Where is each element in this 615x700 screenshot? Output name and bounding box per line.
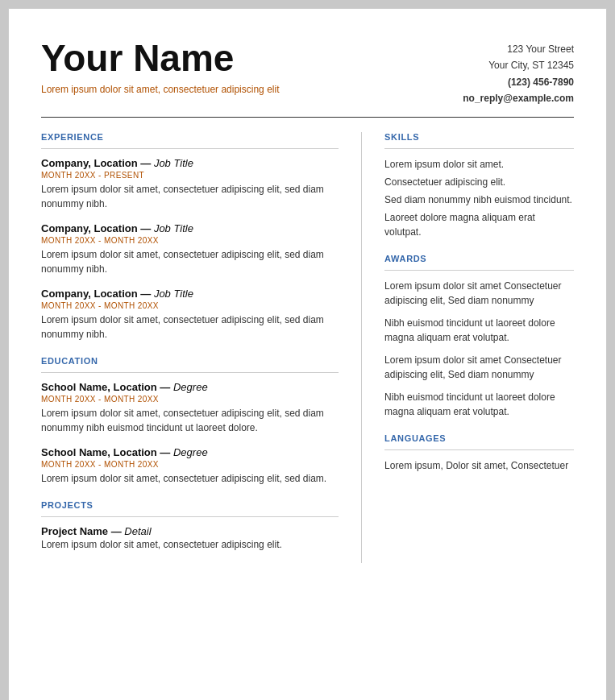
header-right: 123 Your Street Your City, ST 12345 (123…	[463, 38, 574, 107]
exp-dates-2: MONTH 20XX - MONTH 20XX	[41, 236, 339, 245]
column-divider	[361, 132, 362, 563]
main-content: EXPERIENCE Company, Location — Job Title…	[41, 132, 574, 563]
skill-item-1: Lorem ipsum dolor sit amet.	[384, 157, 574, 172]
section-title-skills: SKILLS	[384, 132, 574, 142]
language-item-1: Lorem ipsum, Dolor sit amet, Consectetue…	[384, 458, 574, 473]
exp-desc-2: Lorem ipsum dolor sit amet, consectetuer…	[41, 247, 339, 276]
left-column: EXPERIENCE Company, Location — Job Title…	[41, 132, 339, 563]
education-entry-1: School Name, Location — Degree MONTH 20X…	[41, 381, 339, 435]
edu-title-2: School Name, Location — Degree	[41, 446, 339, 458]
experience-divider	[41, 148, 339, 149]
exp-dates-3: MONTH 20XX - MONTH 20XX	[41, 301, 339, 310]
award-item-3: Lorem ipsum dolor sit amet Consectetuer …	[384, 353, 574, 382]
education-entries: School Name, Location — Degree MONTH 20X…	[41, 381, 339, 486]
header: Your Name Lorem ipsum dolor sit amet, co…	[41, 38, 574, 118]
experience-entry-3: Company, Location — Job Title MONTH 20XX…	[41, 288, 339, 342]
experience-entries: Company, Location — Job Title MONTH 20XX…	[41, 157, 339, 342]
email: no_reply@example.com	[463, 90, 574, 106]
section-title-education: EDUCATION	[41, 356, 339, 366]
project-entries: Project Name — Detail Lorem ipsum dolor …	[41, 525, 339, 552]
edu-title-1: School Name, Location — Degree	[41, 381, 339, 393]
section-title-languages: LANGUAGES	[384, 433, 574, 443]
full-name: Your Name	[41, 38, 279, 79]
edu-dates-1: MONTH 20XX - MONTH 20XX	[41, 395, 339, 404]
header-left: Your Name Lorem ipsum dolor sit amet, co…	[41, 38, 279, 95]
edu-desc-1: Lorem ipsum dolor sit amet, consectetuer…	[41, 406, 339, 435]
skill-item-3: Sed diam nonummy nibh euismod tincidunt.	[384, 193, 574, 207]
address-line2: Your City, ST 12345	[463, 57, 574, 73]
project-entry-1: Project Name — Detail Lorem ipsum dolor …	[41, 525, 339, 552]
experience-entry-1: Company, Location — Job Title MONTH 20XX…	[41, 157, 339, 211]
right-column: SKILLS Lorem ipsum dolor sit amet. Conse…	[384, 132, 574, 563]
proj-title-1: Project Name — Detail	[41, 525, 339, 537]
section-title-projects: PROJECTS	[41, 500, 339, 510]
edu-dates-2: MONTH 20XX - MONTH 20XX	[41, 460, 339, 469]
skill-item-2: Consectetuer adipiscing elit.	[384, 175, 574, 189]
edu-desc-2: Lorem ipsum dolor sit amet, consectetuer…	[41, 471, 339, 486]
section-title-awards: AWARDS	[384, 254, 574, 263]
address-line1: 123 Your Street	[463, 41, 574, 57]
experience-entry-2: Company, Location — Job Title MONTH 20XX…	[41, 222, 339, 276]
exp-desc-3: Lorem ipsum dolor sit amet, consectetuer…	[41, 313, 339, 342]
tagline: Lorem ipsum dolor sit amet, consectetuer…	[41, 84, 279, 95]
resume-page: Your Name Lorem ipsum dolor sit amet, co…	[8, 8, 607, 700]
section-title-experience: EXPERIENCE	[41, 132, 339, 142]
education-divider	[41, 372, 339, 373]
proj-desc-1: Lorem ipsum dolor sit amet, consectetuer…	[41, 537, 339, 552]
skills-list: Lorem ipsum dolor sit amet. Consectetuer…	[384, 157, 574, 239]
exp-desc-1: Lorem ipsum dolor sit amet, consectetuer…	[41, 182, 339, 211]
award-item-2: Nibh euismod tincidunt ut laoreet dolore…	[384, 316, 574, 345]
exp-title-2: Company, Location — Job Title	[41, 222, 339, 234]
languages-list: Lorem ipsum, Dolor sit amet, Consectetue…	[384, 458, 574, 473]
skill-item-4: Laoreet dolore magna aliquam erat volutp…	[384, 210, 574, 239]
projects-divider	[41, 516, 339, 517]
phone: (123) 456-7890	[463, 74, 574, 90]
skills-divider	[384, 148, 574, 149]
award-item-1: Lorem ipsum dolor sit amet Consectetuer …	[384, 279, 574, 308]
languages-divider	[384, 449, 574, 450]
education-entry-2: School Name, Location — Degree MONTH 20X…	[41, 446, 339, 486]
exp-title-1: Company, Location — Job Title	[41, 157, 339, 169]
exp-title-3: Company, Location — Job Title	[41, 288, 339, 300]
awards-list: Lorem ipsum dolor sit amet Consectetuer …	[384, 279, 574, 419]
exp-dates-1: MONTH 20XX - PRESENT	[41, 171, 339, 180]
award-item-4: Nibh euismod tincidunt ut laoreet dolore…	[384, 390, 574, 419]
awards-divider	[384, 270, 574, 271]
